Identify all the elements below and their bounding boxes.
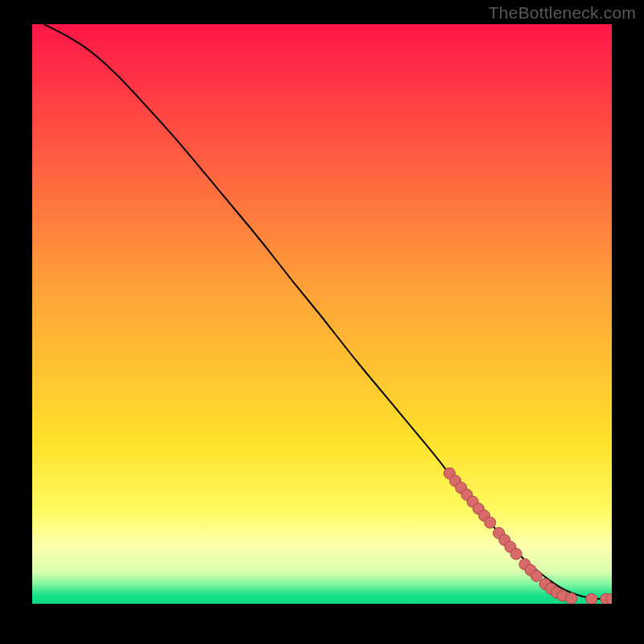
bottleneck-curve <box>43 24 612 600</box>
data-point <box>510 548 522 559</box>
data-point <box>566 593 577 605</box>
plot-area <box>32 24 612 604</box>
data-point <box>530 570 542 581</box>
data-points-group <box>444 468 612 604</box>
data-point <box>485 517 496 528</box>
watermark-text: TheBottleneck.com <box>489 3 636 23</box>
curve-layer <box>32 24 612 604</box>
chart-frame: TheBottleneck.com <box>0 0 644 644</box>
data-point <box>586 593 597 604</box>
